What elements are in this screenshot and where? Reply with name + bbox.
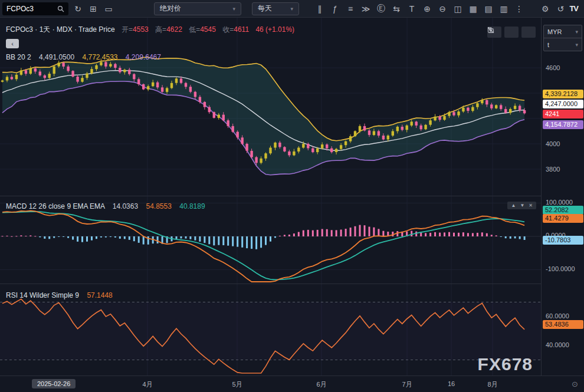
unit-value: t (547, 41, 549, 48)
zoom-in-icon[interactable]: ⊕ (419, 1, 435, 17)
bb-upper-value: 4,772.4533 (82, 53, 117, 61)
price-label: 4,339.2128 (543, 90, 583, 98)
axis-tick: -100.0000 (546, 265, 575, 272)
save-layout-icon[interactable]: ▤ (481, 1, 496, 17)
price-label: 4,247.0000 (543, 100, 583, 108)
toolbar-mid-icons: ∥ƒ≡≫Ⓔ⇆T⊕⊖◫▦▤▥⋮ (312, 1, 527, 17)
macd-value-label: 52.2082 (543, 206, 583, 215)
price-scale[interactable]: MYR ▾ t ▾ 460040003800100.00000.0000-100… (541, 18, 584, 375)
add-symbol-icon[interactable]: ⊞ (86, 1, 101, 17)
crosshair-date-label: 2025-02-26 (32, 379, 76, 388)
change-value: 46 (+1.01%) (255, 25, 294, 34)
low-label: 低= (189, 25, 200, 34)
rsi-title[interactable]: RSI 14 Wilder Simple 9 (6, 291, 79, 299)
template-icon[interactable]: ≡ (343, 1, 358, 17)
close-value: 4611 (234, 25, 249, 34)
interval-value: 每天 (258, 4, 272, 14)
chart-style-icon[interactable]: ▥ (496, 1, 511, 17)
time-axis-tick: 16 (448, 380, 455, 387)
snapshot-icon[interactable]: ◫ (450, 1, 465, 17)
search-icon[interactable] (57, 5, 64, 12)
price-label: 4,154.7872 (543, 120, 583, 129)
compare-icon[interactable]: ⇆ (389, 1, 404, 17)
pane-controls: ▲ ▼ ✕ (507, 202, 536, 209)
scale-unit-box: MYR ▾ t ▾ (543, 25, 582, 51)
interval-dropdown[interactable]: 每天 ▾ (252, 2, 299, 15)
chevron-down-icon: ▾ (575, 42, 578, 48)
macd-line-value: 54.8553 (146, 202, 171, 210)
currency-value: MYR (547, 28, 562, 35)
fullscreen-button[interactable] (504, 27, 519, 38)
time-axis[interactable]: 2025-02-26 4月5月6月7月168月 ⊙ (0, 375, 584, 392)
price-mode-value: 绝对价 (160, 4, 181, 14)
high-value: 4622 (166, 25, 182, 34)
open-value: 4553 (133, 25, 149, 34)
pane-move-down-icon[interactable]: ▼ (520, 203, 524, 208)
top-toolbar: FCPOc3 ↻⊞▭ 绝对价 ▾ 每天 ▾ ∥ƒ≡≫Ⓔ⇆T⊕⊖◫▦▤▥⋮ ⚙↺ … (0, 0, 584, 18)
undo-icon[interactable]: ↺ (553, 1, 568, 17)
chart-action-buttons (487, 27, 536, 38)
rsi-legend: RSI 14 Wilder Simple 9 57.1448 (6, 291, 113, 299)
toolbar-right-icons: ⚙↺ TV (537, 1, 582, 17)
candles-icon[interactable]: ∥ (312, 1, 327, 17)
price-mode-dropdown[interactable]: 绝对价 ▾ (154, 2, 241, 15)
currency-dropdown[interactable]: MYR ▾ (544, 25, 582, 38)
rsi-value: 57.1448 (87, 291, 112, 299)
bb-basis-value: 4,491.0500 (39, 53, 74, 61)
rsi-value-label: 53.4836 (543, 320, 583, 329)
layout-grid-icon[interactable]: ▦ (465, 1, 481, 17)
fx678-watermark: FX678 (478, 354, 533, 374)
axis-tick: 100.0000 (546, 199, 573, 206)
bb-lower-value: 4,209.6467 (126, 53, 161, 61)
time-axis-tick: 4月 (142, 380, 152, 389)
main-chart-pane: FCPOc3 · 1天 · MDX · Trade Price 开=4553 高… (0, 18, 541, 196)
open-label: 开= (122, 25, 133, 34)
layers-icon[interactable]: ≫ (358, 1, 373, 17)
pane-move-up-icon[interactable]: ▲ (511, 203, 516, 208)
time-axis-tick: 5月 (232, 380, 242, 389)
time-axis-tick: 8月 (487, 380, 497, 389)
snapshot-button[interactable] (521, 27, 536, 38)
main-legend: FCPOc3 · 1天 · MDX · Trade Price 开=4553 高… (6, 25, 294, 35)
macd-value-label: 41.4279 (543, 214, 583, 223)
indicators-icon[interactable]: ƒ (327, 1, 343, 17)
symbol-search-input[interactable]: FCPOc3 (2, 2, 68, 15)
macd-signal-value: 40.8189 (179, 202, 205, 210)
unit-dropdown[interactable]: t ▾ (544, 38, 582, 51)
trading-app: FCPOc3 ↻⊞▭ 绝对价 ▾ 每天 ▾ ∥ƒ≡≫Ⓔ⇆T⊕⊖◫▦▤▥⋮ ⚙↺ … (0, 0, 584, 392)
more-icon[interactable]: ⋮ (511, 1, 527, 17)
axis-tick: 40.0000 (546, 341, 569, 348)
time-axis-tick: 6月 (316, 380, 326, 389)
text-tool-icon[interactable]: T (404, 1, 419, 17)
close-label: 收= (222, 25, 234, 34)
zoom-out-icon[interactable]: ⊖ (435, 1, 450, 17)
back-button[interactable]: ‹ (6, 39, 19, 48)
events-icon[interactable]: Ⓔ (373, 1, 389, 17)
axis-tick: 3800 (546, 166, 560, 173)
axis-tick: 4000 (546, 140, 560, 147)
macd-value-label: -10.7803 (543, 236, 583, 245)
candlestick-chart[interactable] (0, 18, 541, 196)
tradingview-logo[interactable]: TV (569, 4, 578, 13)
macd-pane: MACD 12 26 close 9 EMA EMA 14.0363 54.85… (0, 196, 541, 284)
bb-legend: BB 20 2 4,491.0500 4,772.4533 4,209.6467 (6, 53, 161, 61)
rsi-pane: RSI 14 Wilder Simple 9 57.1448 FX678 (0, 284, 541, 375)
macd-title[interactable]: MACD 12 26 close 9 EMA EMA (6, 202, 104, 210)
settings-icon[interactable]: ⚙ (537, 1, 553, 17)
macd-legend: MACD 12 26 close 9 EMA EMA 14.0363 54.85… (6, 202, 205, 210)
symbol-text: FCPOc3 (6, 5, 34, 13)
toolbar-left-icons: ↻⊞▭ (70, 1, 116, 17)
chevron-down-icon: ▾ (290, 6, 293, 12)
axis-tick: 60.0000 (546, 312, 569, 319)
clock-icon[interactable]: ⊙ (572, 380, 578, 388)
axis-tick: 4600 (546, 64, 560, 71)
refresh-icon[interactable]: ↻ (70, 1, 86, 17)
folder-icon[interactable]: ▭ (101, 1, 116, 17)
chevron-down-icon: ▾ (232, 6, 235, 12)
legend-symbol-title[interactable]: FCPOc3 · 1天 · MDX · Trade Price (6, 25, 115, 34)
price-label: 4241 (543, 110, 583, 118)
bb-title[interactable]: BB 20 2 (6, 53, 31, 61)
macd-hist-value: 14.0363 (113, 202, 138, 210)
pane-close-icon[interactable]: ✕ (529, 203, 533, 208)
high-label: 高= (155, 25, 166, 34)
